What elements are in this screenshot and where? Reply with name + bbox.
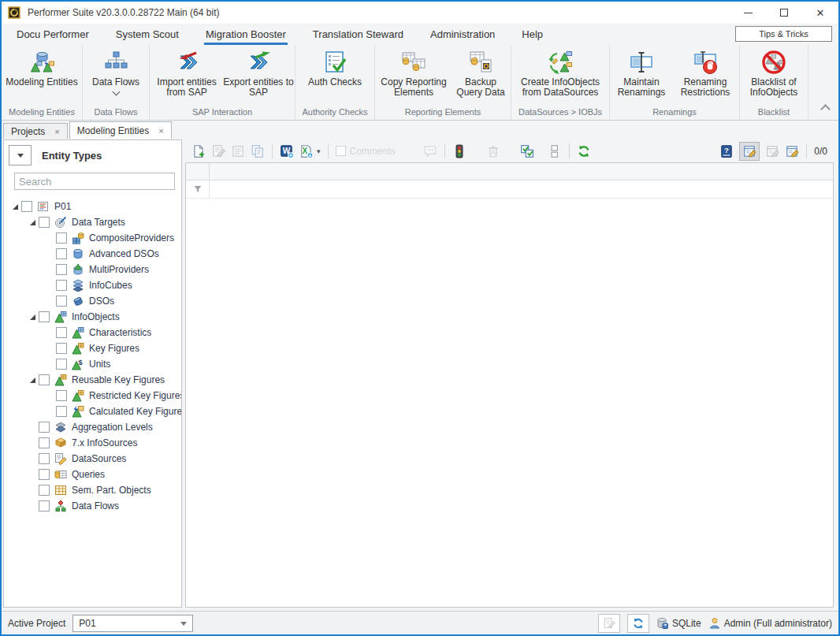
tab-modeling-entities[interactable]: Modeling Entities × — [69, 121, 172, 139]
blacklist-infoobjects-button[interactable]: Blacklist of InfoObjects — [741, 46, 807, 105]
tree-checkbox[interactable] — [39, 453, 50, 464]
tree-item-p01[interactable]: P01 — [4, 199, 181, 214]
tree-checkbox[interactable] — [56, 327, 67, 338]
export-entities-button[interactable]: Export entities to SAP — [223, 46, 294, 105]
check-all-icon[interactable] — [520, 144, 534, 158]
tree-checkbox[interactable] — [39, 217, 50, 228]
user-icon — [708, 617, 721, 630]
grid-filter-row[interactable] — [186, 180, 833, 199]
tree-item-queries[interactable]: Queries — [4, 467, 181, 482]
tree-item-multiproviders[interactable]: MultiProviders — [4, 262, 181, 277]
search-input[interactable] — [14, 173, 175, 190]
tree-checkbox[interactable] — [56, 264, 67, 275]
close-tab-icon[interactable]: × — [54, 127, 59, 136]
tree-item-dsos[interactable]: DSOs — [4, 293, 181, 309]
collapse-ribbon-icon[interactable] — [820, 104, 831, 114]
tree-checkbox[interactable] — [56, 232, 67, 244]
expander-icon[interactable] — [9, 204, 21, 210]
tree-item-infoobjects[interactable]: InfoObjects — [4, 309, 181, 325]
tree-checkbox[interactable] — [21, 201, 32, 212]
close-button[interactable]: ✕ — [802, 2, 838, 24]
minimize-button[interactable] — [730, 2, 766, 24]
tree-checkbox[interactable] — [56, 406, 67, 417]
tree-checkbox[interactable] — [39, 311, 50, 322]
import-entities-button[interactable]: Import entities from SAP — [151, 46, 223, 105]
tree-item-characteristics[interactable]: Characteristics — [4, 325, 181, 340]
log-document-button[interactable] — [598, 614, 620, 633]
refresh-icon[interactable] — [577, 144, 591, 158]
menu-tab-migration-booster[interactable]: Migration Booster — [192, 24, 299, 45]
tab-projects[interactable]: Projects × — [3, 123, 68, 139]
active-project-select[interactable]: P01 — [72, 615, 193, 632]
tips-and-tricks-button[interactable]: Tips & Tricks — [735, 26, 832, 42]
panel-dropdown-button[interactable] — [9, 145, 32, 166]
maintain-renamings-button[interactable]: Maintain Renamings — [611, 46, 672, 105]
tree-item-7-x-infosources[interactable]: 7.x InfoSources — [4, 435, 181, 451]
edit-panel-alt-icon[interactable] — [785, 144, 799, 158]
tree-item-reusable-key-figures[interactable]: Reusable Key Figures — [4, 372, 181, 388]
excel-dropdown-icon[interactable]: ▾ — [317, 147, 321, 155]
filter-cell[interactable] — [186, 180, 210, 198]
traffic-light-icon[interactable] — [452, 144, 466, 158]
close-tab-icon[interactable]: × — [158, 126, 163, 136]
auth-checks-button[interactable]: Auth Checks — [296, 46, 374, 105]
tree-checkbox[interactable] — [56, 343, 67, 354]
maximize-button[interactable] — [766, 2, 802, 24]
tree-item-data-flows[interactable]: Data Flows — [4, 498, 181, 514]
menu-tab-translation-steward[interactable]: Translation Steward — [299, 24, 417, 45]
menu-tab-help[interactable]: Help — [508, 24, 556, 45]
menu-tab-docu-performer[interactable]: Docu Performer — [3, 24, 102, 45]
panel-title: Entity Types — [42, 150, 102, 162]
tree-checkbox[interactable] — [39, 422, 50, 433]
tree-checkbox[interactable] — [56, 296, 67, 307]
backup-query-data-button[interactable]: Backup Query Data — [452, 46, 510, 105]
sync-button[interactable] — [627, 614, 649, 633]
menu-tab-administration[interactable]: Administration — [417, 24, 508, 45]
create-infoobjects-button[interactable]: Create InfoObjects from DataSources — [512, 46, 608, 105]
properties-icon[interactable] — [231, 144, 245, 158]
tree-item-restricted-key-figures[interactable]: Restricted Key Figures — [4, 388, 181, 404]
renaming-restrictions-button[interactable]: Renaming Restrictions — [672, 46, 738, 105]
edit-entity-icon[interactable] — [211, 144, 225, 158]
tree-checkbox[interactable] — [39, 437, 50, 448]
copy-icon[interactable] — [251, 144, 265, 158]
tree-checkbox[interactable] — [39, 374, 50, 385]
tree-item-infocubes[interactable]: InfoCubes — [4, 277, 181, 293]
comment-bubble-icon[interactable] — [423, 144, 437, 158]
tree-checkbox[interactable] — [56, 359, 67, 370]
tree-checkbox[interactable] — [56, 248, 67, 259]
uncheck-all-icon[interactable] — [548, 144, 562, 158]
menu-tab-system-scout[interactable]: System Scout — [102, 24, 192, 45]
data-flows-button[interactable]: Data Flows — [84, 46, 148, 105]
grid-header-row[interactable] — [186, 163, 833, 180]
tree-item-data-targets[interactable]: Data Targets — [4, 214, 181, 230]
tree-checkbox[interactable] — [39, 469, 50, 480]
tree-checkbox[interactable] — [56, 390, 67, 401]
expander-icon[interactable] — [26, 314, 39, 320]
grid-body[interactable] — [186, 199, 833, 607]
tree-item-calculated-key-figures[interactable]: Calculated Key Figures — [4, 404, 181, 419]
edit-panel-disabled-icon[interactable] — [765, 144, 779, 158]
expander-icon[interactable] — [26, 220, 39, 225]
export-word-icon[interactable] — [280, 144, 294, 158]
tree-item-aggregation-levels[interactable]: Aggregation Levels — [4, 419, 181, 435]
tree-item-compositeproviders[interactable]: CompositeProviders — [4, 230, 181, 246]
tree-item-sem-part-objects[interactable]: Sem. Part. Objects — [4, 482, 181, 498]
modeling-entities-button[interactable]: Modeling Entities — [2, 46, 81, 105]
tree-item-units[interactable]: Units — [4, 356, 181, 372]
tree-checkbox[interactable] — [39, 485, 50, 496]
search-wrap — [4, 167, 181, 193]
tree-item-advanced-dsos[interactable]: Advanced DSOs — [4, 246, 181, 262]
export-excel-icon[interactable] — [299, 144, 314, 158]
tree-checkbox[interactable] — [39, 500, 50, 511]
tree-item-key-figures[interactable]: Key Figures — [4, 340, 181, 356]
expander-icon[interactable] — [26, 378, 39, 383]
edit-panel-toggle-button[interactable] — [739, 142, 760, 161]
delete-icon[interactable] — [486, 144, 500, 158]
copy-reporting-elements-button[interactable]: Copy Reporting Elements — [376, 46, 452, 105]
tree-checkbox[interactable] — [56, 280, 67, 291]
new-entity-icon[interactable] — [191, 144, 206, 158]
comments-checkbox[interactable] — [336, 146, 346, 156]
tree-item-datasources[interactable]: DataSources — [4, 451, 181, 467]
help-book-icon[interactable] — [719, 144, 734, 158]
